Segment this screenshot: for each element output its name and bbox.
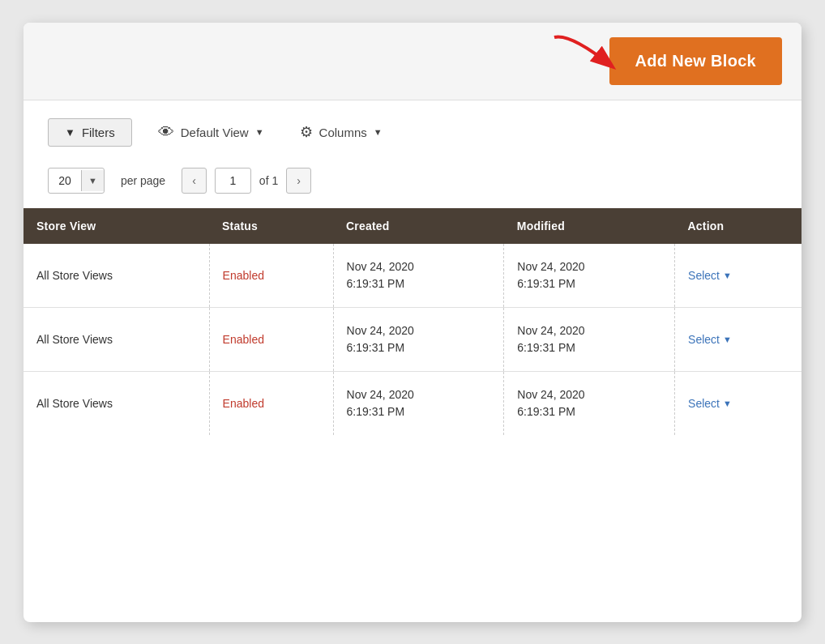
arrow-annotation bbox=[546, 29, 652, 86]
cell-store-view: All Store Views bbox=[24, 244, 209, 308]
cell-status: Enabled bbox=[209, 371, 333, 435]
chevron-down-icon-cols: ▼ bbox=[374, 127, 383, 137]
select-action-button[interactable]: Select ▼ bbox=[688, 269, 789, 282]
filter-icon: ▼ bbox=[65, 126, 75, 139]
pagination-bar: 20 ▼ per page ‹ of 1 › bbox=[24, 156, 801, 205]
main-container: Add New Block ▼ Filters 👁 Default View ▼… bbox=[24, 23, 801, 622]
cell-action: Select ▼ bbox=[675, 307, 801, 371]
gear-icon: ⚙ bbox=[300, 123, 313, 141]
cell-action: Select ▼ bbox=[675, 244, 801, 308]
prev-page-button[interactable]: ‹ bbox=[182, 168, 207, 194]
eye-icon: 👁 bbox=[158, 123, 174, 142]
columns-label: Columns bbox=[319, 126, 367, 139]
cell-created: Nov 24, 20206:19:31 PM bbox=[333, 371, 504, 435]
columns-selector[interactable]: ⚙ Columns ▼ bbox=[290, 117, 392, 147]
col-header-modified: Modified bbox=[504, 208, 675, 244]
per-page-value: 20 bbox=[49, 168, 81, 193]
cell-store-view: All Store Views bbox=[24, 371, 209, 435]
cell-created: Nov 24, 20206:19:31 PM bbox=[333, 307, 504, 371]
select-label: Select bbox=[688, 397, 720, 410]
select-chevron-icon: ▼ bbox=[723, 335, 732, 344]
header-bar: Add New Block bbox=[24, 23, 801, 100]
default-view-label: Default View bbox=[181, 126, 249, 139]
cell-store-view: All Store Views bbox=[24, 307, 209, 371]
col-header-action: Action bbox=[675, 208, 801, 244]
filters-label: Filters bbox=[82, 126, 115, 139]
cell-modified: Nov 24, 20206:19:31 PM bbox=[504, 371, 675, 435]
table-row: All Store ViewsEnabledNov 24, 20206:19:3… bbox=[24, 307, 801, 371]
cell-action: Select ▼ bbox=[675, 371, 801, 435]
per-page-select[interactable]: 20 ▼ bbox=[48, 168, 105, 194]
per-page-label: per page bbox=[121, 174, 165, 187]
of-total-label: of 1 bbox=[259, 174, 278, 187]
table-row: All Store ViewsEnabledNov 24, 20206:19:3… bbox=[24, 371, 801, 435]
cell-status: Enabled bbox=[209, 307, 333, 371]
table-header-row: Store View Status Created Modified Actio… bbox=[24, 208, 801, 244]
select-label: Select bbox=[688, 269, 720, 282]
cell-created: Nov 24, 20206:19:31 PM bbox=[333, 244, 504, 308]
col-header-status: Status bbox=[209, 208, 333, 244]
default-view-selector[interactable]: 👁 Default View ▼ bbox=[148, 117, 274, 148]
cell-status: Enabled bbox=[209, 244, 333, 308]
data-table: Store View Status Created Modified Actio… bbox=[24, 208, 801, 435]
select-label: Select bbox=[688, 333, 720, 346]
per-page-dropdown-arrow[interactable]: ▼ bbox=[81, 170, 104, 191]
select-action-button[interactable]: Select ▼ bbox=[688, 397, 789, 410]
select-chevron-icon: ▼ bbox=[723, 399, 732, 408]
page-number-input[interactable] bbox=[215, 168, 251, 194]
chevron-down-icon: ▼ bbox=[255, 127, 264, 137]
toolbar: ▼ Filters 👁 Default View ▼ ⚙ Columns ▼ bbox=[24, 100, 801, 156]
table-row: All Store ViewsEnabledNov 24, 20206:19:3… bbox=[24, 244, 801, 308]
cell-modified: Nov 24, 20206:19:31 PM bbox=[504, 244, 675, 308]
cell-modified: Nov 24, 20206:19:31 PM bbox=[504, 307, 675, 371]
next-page-button[interactable]: › bbox=[286, 168, 311, 194]
select-chevron-icon: ▼ bbox=[723, 271, 732, 280]
select-action-button[interactable]: Select ▼ bbox=[688, 333, 789, 346]
filters-button[interactable]: ▼ Filters bbox=[48, 118, 132, 147]
col-header-store-view: Store View bbox=[24, 208, 209, 244]
col-header-created: Created bbox=[333, 208, 504, 244]
